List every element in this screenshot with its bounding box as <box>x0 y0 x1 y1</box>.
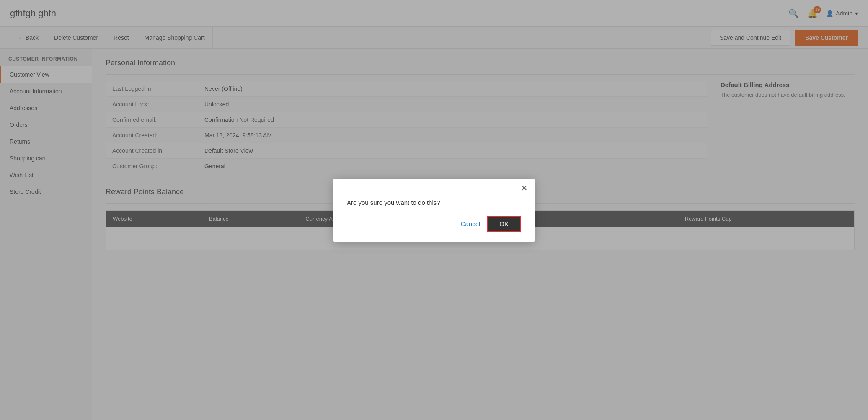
confirm-dialog: ✕ Are you sure you want to do this? Canc… <box>333 179 535 242</box>
modal-header: ✕ <box>333 179 535 192</box>
ok-button[interactable]: OK <box>487 216 521 232</box>
modal-overlay[interactable]: ✕ Are you sure you want to do this? Canc… <box>0 0 868 420</box>
modal-close-button[interactable]: ✕ <box>521 184 528 192</box>
modal-question: Are you sure you want to do this? <box>347 199 521 206</box>
modal-body: Are you sure you want to do this? Cancel… <box>333 192 535 242</box>
modal-actions: Cancel OK <box>347 216 521 232</box>
cancel-button[interactable]: Cancel <box>461 220 480 227</box>
